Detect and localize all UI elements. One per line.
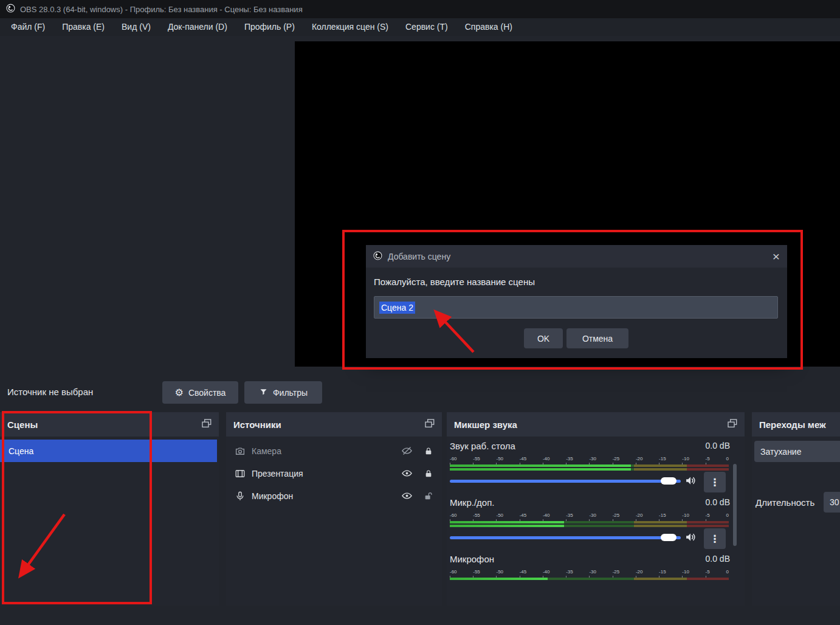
menu-tools[interactable]: Сервис (T) bbox=[397, 18, 456, 36]
duration-label: Длительность bbox=[756, 497, 814, 508]
meter-tick: -35 bbox=[566, 569, 573, 575]
presentation-icon bbox=[235, 468, 246, 479]
camera-icon bbox=[235, 446, 246, 457]
meter-tick: -15 bbox=[659, 513, 666, 518]
speaker-icon[interactable] bbox=[684, 474, 697, 489]
meter-tick: -50 bbox=[496, 513, 503, 518]
meter-tick: -35 bbox=[566, 456, 573, 461]
filters-button[interactable]: Фильтры bbox=[244, 381, 322, 404]
volume-slider[interactable] bbox=[450, 480, 681, 483]
meter-bar-left bbox=[450, 464, 729, 467]
menu-help[interactable]: Справка (H) bbox=[456, 18, 521, 36]
menu-edit[interactable]: Правка (E) bbox=[53, 18, 113, 36]
meter-scale: -60-55-50-45-40-35-30-25-20-15-10-50 bbox=[450, 569, 729, 575]
menu-profile[interactable]: Профиль (P) bbox=[236, 18, 303, 36]
no-source-selected-label: Источник не выбран bbox=[7, 387, 93, 397]
mixer-channel-mic-aux: Микр./доп. 0.0 dB -60-55-50-45-40-35-30-… bbox=[447, 497, 745, 554]
menu-scene-collection[interactable]: Коллекция сцен (S) bbox=[303, 18, 397, 36]
meter-tick: -20 bbox=[636, 513, 643, 518]
meter-tick: -40 bbox=[543, 569, 550, 575]
properties-button[interactable]: ⚙ Свойства bbox=[162, 381, 238, 404]
meter-tick: -20 bbox=[636, 456, 643, 461]
meter-tick: -50 bbox=[496, 569, 503, 575]
lock-icon[interactable] bbox=[424, 469, 433, 478]
meter-tick: -35 bbox=[566, 513, 573, 518]
meter-tick: -5 bbox=[706, 513, 710, 518]
eye-icon[interactable] bbox=[401, 490, 413, 502]
meter-tick: -25 bbox=[613, 456, 620, 461]
scenes-dock: Сцены Сцена bbox=[0, 412, 219, 606]
dock-popout-icon[interactable] bbox=[425, 419, 435, 430]
mixer-channel-microphone: Микрофон 0.0 dB -60-55-50-45-40-35-30-25… bbox=[447, 554, 745, 581]
dots-vertical-icon: ⋮ bbox=[710, 477, 720, 488]
dock-popout-icon[interactable] bbox=[202, 419, 212, 430]
cancel-button[interactable]: Отмена bbox=[566, 328, 628, 348]
meter-tick: -10 bbox=[682, 456, 689, 461]
transition-select[interactable]: Затухание bbox=[754, 441, 840, 462]
add-scene-dialog: Добавить сцену × Пожалуйста, введите наз… bbox=[366, 245, 787, 358]
mixer-dock-header: Микшер звука bbox=[447, 412, 745, 437]
dialog-title: Добавить сцену bbox=[388, 252, 450, 261]
channel-menu-button[interactable]: ⋮ bbox=[704, 472, 726, 492]
sources-dock-header: Источники bbox=[226, 412, 442, 437]
meter-tick: -40 bbox=[543, 456, 550, 461]
source-label: Презентация bbox=[252, 469, 395, 478]
channel-label: Микр./доп. bbox=[450, 497, 495, 508]
dialog-titlebar: Добавить сцену × bbox=[366, 245, 787, 268]
meter-bar-left bbox=[450, 578, 729, 580]
channel-label: Микрофон bbox=[450, 554, 494, 564]
meter-tick: -30 bbox=[589, 513, 596, 518]
transitions-dock-header: Переходы меж bbox=[752, 412, 840, 437]
channel-db-value: 0.0 dB bbox=[706, 497, 730, 507]
channel-db-value: 0.0 dB bbox=[706, 554, 730, 564]
mixer-dock-title: Микшер звука bbox=[454, 420, 517, 430]
scene-label: Сцена bbox=[9, 446, 33, 456]
meter-tick: 0 bbox=[726, 569, 728, 575]
source-label: Микрофон bbox=[252, 491, 395, 501]
mixer-scroll-area: Звук раб. стола 0.0 dB -60-55-50-45-40-3… bbox=[447, 437, 745, 581]
volume-slider-handle[interactable] bbox=[661, 477, 676, 485]
ok-button[interactable]: OK bbox=[524, 328, 563, 348]
scene-name-input[interactable]: Сцена 2 bbox=[374, 296, 778, 319]
close-icon[interactable]: × bbox=[773, 250, 780, 263]
menubar: Файл (F) Правка (E) Вид (V) Док-панели (… bbox=[0, 18, 840, 36]
dots-vertical-icon: ⋮ bbox=[710, 534, 720, 544]
meter-tick: -60 bbox=[450, 569, 457, 575]
meter-scale: -60-55-50-45-40-35-30-25-20-15-10-50 bbox=[450, 513, 729, 518]
meter-tick: -15 bbox=[659, 569, 666, 575]
eye-icon[interactable] bbox=[401, 468, 413, 479]
source-row-camera[interactable]: Камера bbox=[226, 440, 442, 462]
meter-tick: -50 bbox=[496, 456, 503, 461]
mixer-scrollbar[interactable] bbox=[733, 464, 737, 546]
meter-scale: -60-55-50-45-40-35-30-25-20-15-10-50 bbox=[450, 456, 729, 461]
unlock-icon[interactable] bbox=[424, 491, 433, 501]
meter-tick: -55 bbox=[473, 513, 480, 518]
source-row-presentation[interactable]: Презентация bbox=[226, 462, 442, 485]
dock-popout-icon[interactable] bbox=[728, 419, 737, 430]
duration-spinbox[interactable]: 30 bbox=[824, 492, 840, 513]
channel-menu-button[interactable]: ⋮ bbox=[704, 528, 726, 549]
filter-icon bbox=[259, 387, 268, 398]
menu-file[interactable]: Файл (F) bbox=[2, 18, 53, 36]
menu-docks[interactable]: Док-панели (D) bbox=[159, 18, 236, 36]
meter-bar-left bbox=[450, 521, 729, 523]
transitions-body: Затухание Длительность 30 bbox=[752, 437, 840, 606]
sources-dock-title: Источники bbox=[233, 420, 281, 430]
scenes-dock-title: Сцены bbox=[7, 420, 38, 430]
meter-tick: -20 bbox=[636, 569, 643, 575]
speaker-icon[interactable] bbox=[684, 531, 697, 545]
volume-slider[interactable] bbox=[450, 536, 681, 539]
volume-slider-handle[interactable] bbox=[661, 534, 676, 541]
meter-tick: -15 bbox=[659, 456, 666, 461]
meter-tick: -25 bbox=[613, 513, 620, 518]
eye-off-icon[interactable] bbox=[401, 445, 413, 457]
obs-window: OBS 28.0.3 (64-bit, windows) - Профиль: … bbox=[0, 0, 840, 625]
lock-icon[interactable] bbox=[424, 446, 433, 456]
source-row-microphone[interactable]: Микрофон bbox=[226, 485, 442, 507]
meter-tick: -55 bbox=[473, 456, 480, 461]
menu-view[interactable]: Вид (V) bbox=[113, 18, 159, 36]
gear-icon: ⚙ bbox=[175, 388, 184, 398]
audio-mixer-dock: Микшер звука Звук раб. стола 0.0 dB -60-… bbox=[447, 412, 745, 606]
meter-tick: -10 bbox=[682, 569, 689, 575]
scene-list-item[interactable]: Сцена bbox=[0, 440, 217, 462]
